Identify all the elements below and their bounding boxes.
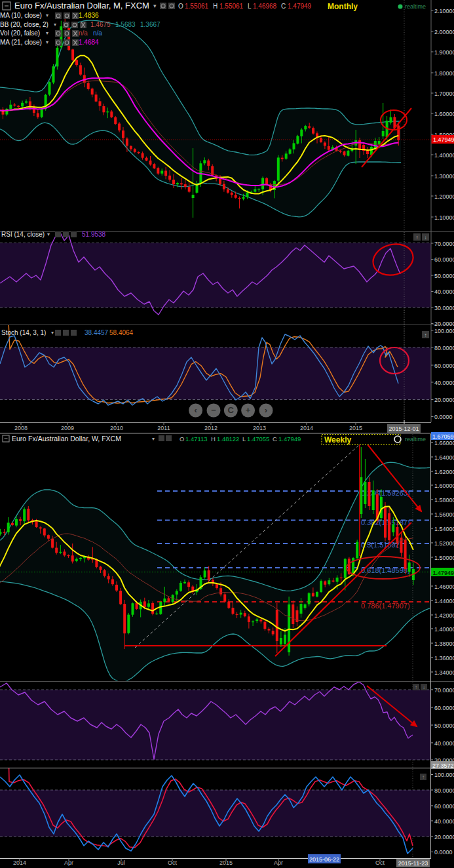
svg-text:2011: 2011 xyxy=(157,425,170,431)
svg-text:›: › xyxy=(265,405,267,415)
svg-text:1.48122: 1.48122 xyxy=(217,435,239,443)
svg-text:1.3667: 1.3667 xyxy=(140,21,161,28)
svg-text:▾: ▾ xyxy=(153,3,157,9)
svg-text:2014: 2014 xyxy=(300,425,313,431)
svg-text:1.55061: 1.55061 xyxy=(185,3,209,10)
svg-text:BB (20, close, 2): BB (20, close, 2) xyxy=(0,21,48,28)
svg-text:1.40000: 1.40000 xyxy=(434,626,454,633)
svg-text:C: C xyxy=(281,3,286,10)
svg-text:1.55061: 1.55061 xyxy=(219,3,244,10)
svg-text:RSI (14, close): RSI (14, close) xyxy=(1,231,45,238)
svg-text:20.0000: 20.0000 xyxy=(434,321,454,327)
svg-text:1.60000: 1.60000 xyxy=(434,483,454,489)
svg-text:▾: ▾ xyxy=(152,436,155,442)
svg-text:1.47949: 1.47949 xyxy=(433,570,454,576)
svg-text:2015-11-23: 2015-11-23 xyxy=(398,860,428,867)
svg-text:60.0000: 60.0000 xyxy=(434,363,454,369)
svg-text:▾: ▾ xyxy=(47,231,50,237)
svg-text:2009: 2009 xyxy=(61,425,74,431)
svg-text:1.52000: 1.52000 xyxy=(434,540,454,547)
svg-text:↑: ↑ xyxy=(416,235,419,241)
svg-text:1.70000: 1.70000 xyxy=(434,90,454,97)
svg-text:O: O xyxy=(178,3,183,10)
svg-text:C: C xyxy=(228,405,235,415)
svg-text:−: − xyxy=(211,405,216,415)
svg-text:1.42000: 1.42000 xyxy=(434,612,454,619)
svg-text:Euro Fx/Australian Dollar, M,: Euro Fx/Australian Dollar, M, FXCM xyxy=(14,1,149,10)
svg-text:↑: ↑ xyxy=(422,774,425,780)
svg-text:▾: ▾ xyxy=(46,12,48,18)
svg-text:38.4457: 38.4457 xyxy=(85,329,109,336)
svg-text:1.4684: 1.4684 xyxy=(79,39,99,46)
svg-text:+: + xyxy=(246,405,251,415)
svg-text:‹: ‹ xyxy=(194,405,197,415)
svg-text:1.30000: 1.30000 xyxy=(434,173,454,180)
svg-text:2.00000: 2.00000 xyxy=(434,29,454,35)
svg-text:1.54000: 1.54000 xyxy=(434,526,454,532)
svg-text:C: C xyxy=(273,435,277,443)
svg-text:1.60000: 1.60000 xyxy=(434,111,454,117)
svg-text:1.62000: 1.62000 xyxy=(434,469,454,475)
svg-text:n/a: n/a xyxy=(93,30,102,37)
svg-text:80.0000: 80.0000 xyxy=(434,787,454,794)
svg-text:L: L xyxy=(242,435,246,443)
svg-text:0.0000: 0.0000 xyxy=(434,414,453,420)
svg-text:1.20000: 1.20000 xyxy=(434,193,454,200)
svg-text:2010: 2010 xyxy=(110,425,123,431)
svg-text:1.46000: 1.46000 xyxy=(434,583,454,590)
svg-text:1.90000: 1.90000 xyxy=(434,49,454,56)
svg-text:60.0000: 60.0000 xyxy=(434,803,454,810)
svg-text:1.40000: 1.40000 xyxy=(434,152,454,159)
svg-text:1.47949: 1.47949 xyxy=(433,136,454,143)
svg-text:MA (10, close): MA (10, close) xyxy=(0,12,42,19)
svg-text:Stoch (14, 3, 1): Stoch (14, 3, 1) xyxy=(1,329,46,336)
svg-text:1.47055: 1.47055 xyxy=(247,435,269,443)
svg-text:1.67059: 1.67059 xyxy=(432,433,454,440)
svg-text:2015: 2015 xyxy=(349,425,362,431)
svg-text:1.47949: 1.47949 xyxy=(288,3,312,10)
svg-text:1.4836: 1.4836 xyxy=(79,12,99,19)
svg-text:L: L xyxy=(248,3,252,10)
svg-text:1.64000: 1.64000 xyxy=(434,454,454,461)
svg-text:1.4675: 1.4675 xyxy=(90,21,111,28)
svg-text:50.0000: 50.0000 xyxy=(434,722,454,729)
svg-text:1.47113: 1.47113 xyxy=(185,435,208,443)
svg-text:0.0000: 0.0000 xyxy=(434,849,453,856)
svg-text:0.786(1.47907): 0.786(1.47907) xyxy=(361,602,410,610)
svg-text:1.36000: 1.36000 xyxy=(434,655,454,661)
svg-text:↑: ↑ xyxy=(415,684,417,690)
svg-text:▾: ▾ xyxy=(54,22,56,28)
svg-text:50.0000: 50.0000 xyxy=(434,273,454,279)
svg-text:1.56000: 1.56000 xyxy=(434,511,454,518)
svg-text:n/a: n/a xyxy=(79,30,88,37)
svg-text:realtime: realtime xyxy=(405,3,426,10)
svg-text:O: O xyxy=(180,435,184,443)
svg-text:Monthly: Monthly xyxy=(328,2,358,11)
svg-text:27.3572: 27.3572 xyxy=(432,762,454,769)
svg-text:1.34000: 1.34000 xyxy=(434,669,454,676)
svg-text:40.0000: 40.0000 xyxy=(434,818,454,825)
svg-text:20.0000: 20.0000 xyxy=(434,397,454,403)
svg-text:1.66000: 1.66000 xyxy=(434,440,454,446)
svg-text:70.0000: 70.0000 xyxy=(434,241,454,247)
svg-text:0.5(1.51892): 0.5(1.51892) xyxy=(361,541,402,549)
svg-text:1.80000: 1.80000 xyxy=(434,70,454,77)
svg-text:30.0000: 30.0000 xyxy=(434,305,454,311)
svg-text:Weekly: Weekly xyxy=(324,435,351,444)
svg-text:realtime: realtime xyxy=(405,436,426,443)
svg-text:2.10000: 2.10000 xyxy=(434,8,454,14)
svg-text:1.47949: 1.47949 xyxy=(278,435,301,443)
svg-text:100.000: 100.000 xyxy=(434,772,454,778)
svg-text:1.46968: 1.46968 xyxy=(253,3,277,10)
svg-text:H: H xyxy=(213,3,218,10)
svg-text:↓: ↓ xyxy=(425,235,427,241)
svg-text:2012: 2012 xyxy=(204,425,218,431)
svg-text:40.0000: 40.0000 xyxy=(434,740,454,747)
svg-text:100.0000: 100.0000 xyxy=(434,328,454,334)
svg-text:40.0000: 40.0000 xyxy=(434,288,454,295)
svg-text:70.0000: 70.0000 xyxy=(434,687,454,694)
svg-text:20.0000: 20.0000 xyxy=(434,834,454,840)
svg-text:80.0000: 80.0000 xyxy=(434,345,454,351)
svg-text:▾: ▾ xyxy=(51,330,54,336)
svg-text:1.50000: 1.50000 xyxy=(434,555,454,561)
